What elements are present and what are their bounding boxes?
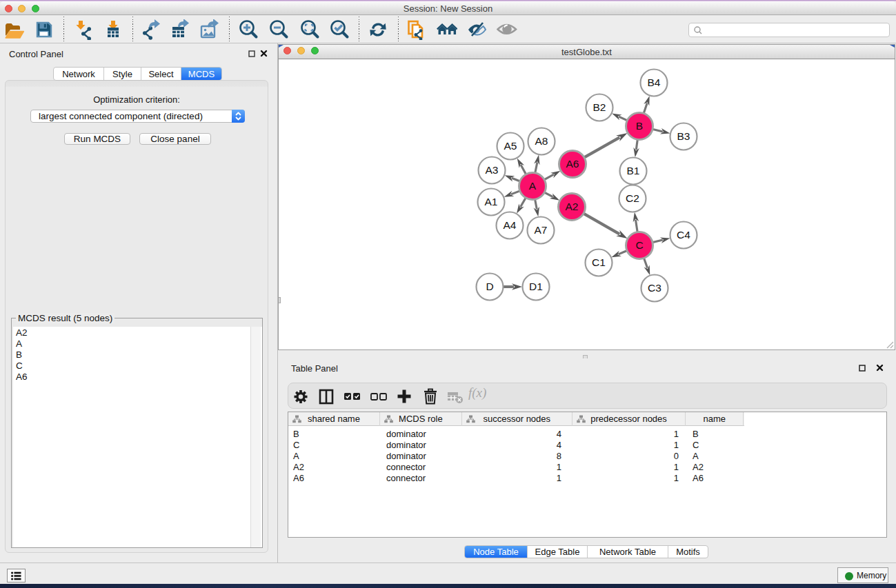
svg-text:C: C <box>635 239 643 251</box>
svg-text:A5: A5 <box>504 140 517 152</box>
svg-text:D: D <box>486 281 493 292</box>
svg-text:A6: A6 <box>566 158 579 170</box>
svg-text:A7: A7 <box>535 224 548 236</box>
svg-text:C3: C3 <box>648 282 661 294</box>
svg-text:A8: A8 <box>535 135 548 147</box>
svg-text:B4: B4 <box>648 77 661 88</box>
svg-text:B1: B1 <box>627 165 640 176</box>
svg-text:B: B <box>636 120 643 132</box>
svg-text:C4: C4 <box>677 229 690 241</box>
svg-text:B3: B3 <box>677 130 690 142</box>
svg-text:D1: D1 <box>529 281 543 292</box>
svg-text:A1: A1 <box>485 196 498 207</box>
svg-text:A2: A2 <box>566 201 579 212</box>
svg-text:C1: C1 <box>592 256 606 268</box>
svg-text:B2: B2 <box>593 101 606 113</box>
svg-text:A3: A3 <box>486 164 499 176</box>
svg-text:A: A <box>529 180 537 192</box>
svg-text:A4: A4 <box>504 219 517 231</box>
svg-text:C2: C2 <box>626 192 639 204</box>
